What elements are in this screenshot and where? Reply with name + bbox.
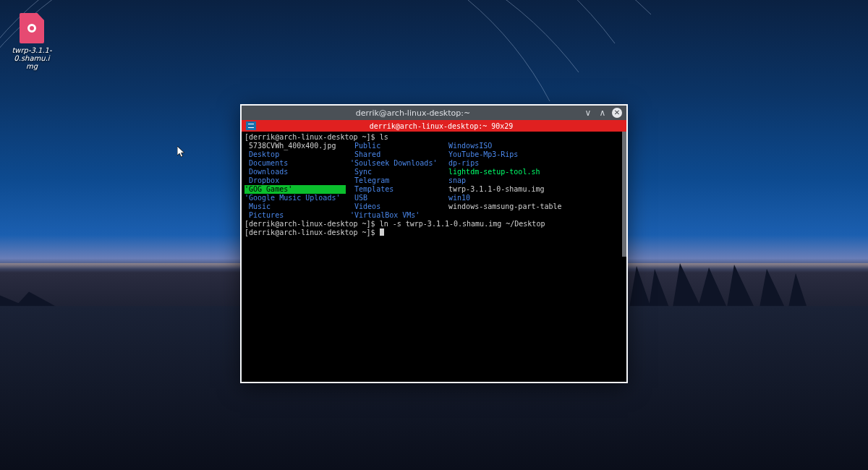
terminal-line: [derrik@arch-linux-desktop ~]$ ln -s twr… <box>244 220 624 228</box>
maximize-button[interactable]: ∧ <box>597 108 608 118</box>
ls-entry: snap <box>440 176 584 185</box>
terminal-menu-icon[interactable] <box>246 121 256 130</box>
ls-entry: Pictures <box>244 211 346 220</box>
window-titlebar[interactable]: derrik@arch-linux-desktop:~ ∨ ∧ ✕ <box>242 104 626 120</box>
ls-entry: 'VirtualBox VMs' <box>346 211 440 220</box>
ls-entry: twrp-3.1.1-0-shamu.img <box>440 185 584 194</box>
minimize-button[interactable]: ∨ <box>583 108 593 118</box>
shell-command: ls <box>380 133 388 141</box>
ls-output: 5738CVWh_400x400.jpg Public WindowsISO D… <box>244 142 624 220</box>
ls-entry: 'Soulseek Downloads' <box>346 159 440 168</box>
window-title: derrik@arch-linux-desktop:~ <box>247 108 579 118</box>
ls-entry: Telegram <box>346 176 440 185</box>
terminal-body[interactable]: [derrik@arch-linux-desktop ~]$ ls 5738CV… <box>242 132 626 382</box>
ls-entry: win10 <box>440 194 584 202</box>
ls-entry: lightdm-setup-tool.sh <box>440 168 584 176</box>
ls-entry: Shared <box>346 150 440 159</box>
terminal-tabbar[interactable]: derrik@arch-linux-desktop:~ 90x29 <box>242 120 626 132</box>
ls-entry: 5738CVWh_400x400.jpg <box>244 142 346 150</box>
ls-entry: dp-rips <box>440 159 584 168</box>
ls-entry: Desktop <box>244 150 346 159</box>
img-file-icon <box>20 13 44 43</box>
terminal-line: [derrik@arch-linux-desktop ~]$ ls <box>244 133 624 142</box>
ls-entry: Templates <box>346 185 440 194</box>
terminal-cursor <box>380 228 384 236</box>
shell-prompt: [derrik@arch-linux-desktop ~]$ <box>244 220 380 228</box>
terminal-line: [derrik@arch-linux-desktop ~]$ <box>244 228 624 237</box>
ls-entry: YouTube-Mp3-Rips <box>440 150 584 159</box>
ls-entry: Documents <box>244 159 346 168</box>
ls-entry: 'GOG Games' <box>244 185 346 194</box>
ls-entry: WindowsISO <box>440 142 584 150</box>
ls-entry: windows-samsung-part-table <box>440 202 584 211</box>
desktop-background[interactable]: twrp-3.1.1-0.shamu.img derrik@arch-linux… <box>0 0 868 470</box>
ls-entry: Sync <box>346 168 440 176</box>
ls-entry: Dropbox <box>244 176 346 185</box>
desktop-file-label: twrp-3.1.1-0.shamu.img <box>12 46 52 70</box>
ls-entry: Downloads <box>244 168 346 176</box>
mouse-cursor <box>177 146 186 159</box>
terminal-tab-title: derrik@arch-linux-desktop:~ 90x29 <box>260 122 622 130</box>
close-button[interactable]: ✕ <box>612 108 622 118</box>
ls-entry: USB <box>346 194 440 202</box>
ls-entry: Public <box>346 142 440 150</box>
shell-command: ln -s twrp-3.1.1-0.shamu.img ~/Desktop <box>380 220 545 228</box>
terminal-window[interactable]: derrik@arch-linux-desktop:~ ∨ ∧ ✕ derrik… <box>240 104 628 383</box>
ls-entry: 'Google Music Uploads' <box>244 194 346 202</box>
desktop-file-icon[interactable]: twrp-3.1.1-0.shamu.img <box>12 13 52 70</box>
ls-entry: Videos <box>346 202 440 211</box>
terminal-scrollbar[interactable] <box>622 132 626 257</box>
ls-entry: Music <box>244 202 346 211</box>
shell-prompt: [derrik@arch-linux-desktop ~]$ <box>244 228 380 236</box>
ls-entry <box>440 211 584 220</box>
shell-prompt: [derrik@arch-linux-desktop ~]$ <box>244 133 380 141</box>
